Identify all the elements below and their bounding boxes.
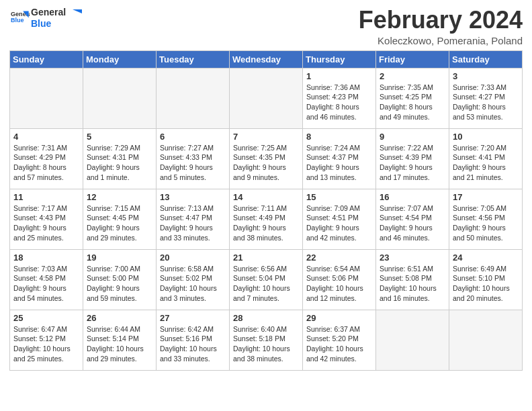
calendar-week-1: 1Sunrise: 7:36 AM Sunset: 4:23 PM Daylig… — [10, 68, 523, 128]
weekday-header-tuesday: Tuesday — [157, 50, 230, 68]
cell-info-text: Sunrise: 7:09 AM Sunset: 4:51 PM Dayligh… — [306, 203, 372, 243]
cell-day-number: 4 — [13, 132, 79, 142]
cell-info-text: Sunrise: 6:47 AM Sunset: 5:12 PM Dayligh… — [13, 324, 79, 364]
cell-day-number: 14 — [233, 192, 299, 202]
cell-day-number: 18 — [13, 253, 79, 263]
cell-info-text: Sunrise: 7:05 AM Sunset: 4:56 PM Dayligh… — [453, 203, 519, 243]
cell-info-text: Sunrise: 7:24 AM Sunset: 4:37 PM Dayligh… — [306, 143, 372, 183]
cell-info-text: Sunrise: 6:37 AM Sunset: 5:20 PM Dayligh… — [306, 324, 372, 364]
cell-day-number: 2 — [380, 71, 445, 81]
weekday-header-monday: Monday — [83, 50, 157, 68]
cell-day-number: 16 — [380, 192, 445, 202]
calendar-title: February 2024 — [359, 7, 523, 34]
cell-info-text: Sunrise: 7:22 AM Sunset: 4:39 PM Dayligh… — [380, 143, 445, 183]
cell-info-text: Sunrise: 7:11 AM Sunset: 4:49 PM Dayligh… — [233, 203, 299, 243]
cell-info-text: Sunrise: 7:31 AM Sunset: 4:29 PM Dayligh… — [13, 143, 79, 183]
calendar-cell: 1Sunrise: 7:36 AM Sunset: 4:23 PM Daylig… — [303, 68, 376, 128]
cell-day-number: 10 — [453, 132, 519, 142]
calendar-subtitle: Koleczkowo, Pomerania, Poland — [359, 35, 523, 46]
cell-day-number: 3 — [453, 71, 519, 81]
cell-day-number: 26 — [87, 313, 152, 323]
cell-day-number: 24 — [453, 253, 519, 263]
calendar-cell: 9Sunrise: 7:22 AM Sunset: 4:39 PM Daylig… — [376, 128, 449, 189]
calendar-table: SundayMondayTuesdayWednesdayThursdayFrid… — [9, 50, 523, 371]
calendar-cell: 27Sunrise: 6:42 AM Sunset: 5:16 PM Dayli… — [157, 310, 230, 370]
calendar-cell — [157, 68, 230, 128]
cell-day-number: 5 — [87, 132, 152, 142]
calendar-cell — [10, 68, 83, 128]
cell-day-number: 29 — [306, 313, 372, 323]
calendar-cell: 7Sunrise: 7:25 AM Sunset: 4:35 PM Daylig… — [230, 128, 303, 189]
cell-info-text: Sunrise: 6:42 AM Sunset: 5:16 PM Dayligh… — [160, 324, 226, 364]
cell-day-number: 13 — [160, 192, 226, 202]
cell-info-text: Sunrise: 6:40 AM Sunset: 5:18 PM Dayligh… — [233, 324, 299, 364]
logo-blue-text: Blue — [31, 18, 66, 30]
calendar-cell — [376, 310, 449, 370]
cell-info-text: Sunrise: 7:00 AM Sunset: 5:00 PM Dayligh… — [87, 264, 152, 304]
cell-info-text: Sunrise: 7:15 AM Sunset: 4:45 PM Dayligh… — [87, 203, 152, 243]
cell-info-text: Sunrise: 6:49 AM Sunset: 5:10 PM Dayligh… — [453, 264, 519, 304]
calendar-cell: 19Sunrise: 7:00 AM Sunset: 5:00 PM Dayli… — [83, 249, 157, 310]
calendar-week-5: 25Sunrise: 6:47 AM Sunset: 5:12 PM Dayli… — [10, 310, 523, 370]
cell-day-number: 12 — [87, 192, 152, 202]
calendar-cell: 8Sunrise: 7:24 AM Sunset: 4:37 PM Daylig… — [303, 128, 376, 189]
calendar-cell: 15Sunrise: 7:09 AM Sunset: 4:51 PM Dayli… — [303, 189, 376, 249]
cell-info-text: Sunrise: 6:51 AM Sunset: 5:08 PM Dayligh… — [380, 264, 445, 304]
cell-info-text: Sunrise: 7:20 AM Sunset: 4:41 PM Dayligh… — [453, 143, 519, 183]
cell-info-text: Sunrise: 7:33 AM Sunset: 4:27 PM Dayligh… — [453, 83, 519, 122]
calendar-cell: 16Sunrise: 7:07 AM Sunset: 4:54 PM Dayli… — [376, 189, 449, 249]
cell-day-number: 22 — [306, 253, 372, 263]
cell-info-text: Sunrise: 7:17 AM Sunset: 4:43 PM Dayligh… — [13, 203, 79, 243]
calendar-cell: 17Sunrise: 7:05 AM Sunset: 4:56 PM Dayli… — [449, 189, 523, 249]
calendar-cell: 6Sunrise: 7:27 AM Sunset: 4:33 PM Daylig… — [157, 128, 230, 189]
calendar-cell: 2Sunrise: 7:35 AM Sunset: 4:25 PM Daylig… — [376, 68, 449, 128]
calendar-cell: 21Sunrise: 6:56 AM Sunset: 5:04 PM Dayli… — [230, 249, 303, 310]
weekday-header-sunday: Sunday — [10, 50, 83, 68]
cell-day-number: 21 — [233, 253, 299, 263]
cell-info-text: Sunrise: 7:25 AM Sunset: 4:35 PM Dayligh… — [233, 143, 299, 183]
calendar-cell: 22Sunrise: 6:54 AM Sunset: 5:06 PM Dayli… — [303, 249, 376, 310]
cell-day-number: 25 — [13, 313, 79, 323]
calendar-cell — [449, 310, 523, 370]
cell-info-text: Sunrise: 7:03 AM Sunset: 4:58 PM Dayligh… — [13, 264, 79, 304]
calendar-week-3: 11Sunrise: 7:17 AM Sunset: 4:43 PM Dayli… — [10, 189, 523, 249]
cell-info-text: Sunrise: 7:36 AM Sunset: 4:23 PM Dayligh… — [306, 83, 372, 122]
cell-day-number: 1 — [306, 71, 372, 81]
calendar-week-4: 18Sunrise: 7:03 AM Sunset: 4:58 PM Dayli… — [10, 249, 523, 310]
cell-day-number: 15 — [306, 192, 372, 202]
weekday-header-thursday: Thursday — [303, 50, 376, 68]
calendar-header-row: SundayMondayTuesdayWednesdayThursdayFrid… — [10, 50, 523, 68]
cell-info-text: Sunrise: 7:35 AM Sunset: 4:25 PM Dayligh… — [380, 83, 445, 122]
cell-info-text: Sunrise: 6:56 AM Sunset: 5:04 PM Dayligh… — [233, 264, 299, 304]
calendar-cell — [230, 68, 303, 128]
calendar-cell: 24Sunrise: 6:49 AM Sunset: 5:10 PM Dayli… — [449, 249, 523, 310]
cell-info-text: Sunrise: 6:58 AM Sunset: 5:02 PM Dayligh… — [160, 264, 226, 304]
calendar-cell: 12Sunrise: 7:15 AM Sunset: 4:45 PM Dayli… — [83, 189, 157, 249]
calendar-cell: 3Sunrise: 7:33 AM Sunset: 4:27 PM Daylig… — [449, 68, 523, 128]
cell-day-number: 7 — [233, 132, 299, 142]
svg-text:Blue: Blue — [11, 17, 24, 24]
calendar-cell: 25Sunrise: 6:47 AM Sunset: 5:12 PM Dayli… — [10, 310, 83, 370]
cell-info-text: Sunrise: 6:54 AM Sunset: 5:06 PM Dayligh… — [306, 264, 372, 304]
logo-general-text: General — [31, 7, 66, 18]
cell-info-text: Sunrise: 7:13 AM Sunset: 4:47 PM Dayligh… — [160, 203, 226, 243]
cell-day-number: 8 — [306, 132, 372, 142]
calendar-cell: 4Sunrise: 7:31 AM Sunset: 4:29 PM Daylig… — [10, 128, 83, 189]
calendar-cell: 23Sunrise: 6:51 AM Sunset: 5:08 PM Dayli… — [376, 249, 449, 310]
calendar-cell: 10Sunrise: 7:20 AM Sunset: 4:41 PM Dayli… — [449, 128, 523, 189]
calendar-cell: 5Sunrise: 7:29 AM Sunset: 4:31 PM Daylig… — [83, 128, 157, 189]
cell-day-number: 17 — [453, 192, 519, 202]
weekday-header-wednesday: Wednesday — [230, 50, 303, 68]
cell-day-number: 28 — [233, 313, 299, 323]
calendar-cell — [83, 68, 157, 128]
calendar-cell: 20Sunrise: 6:58 AM Sunset: 5:02 PM Dayli… — [157, 249, 230, 310]
calendar-cell: 18Sunrise: 7:03 AM Sunset: 4:58 PM Dayli… — [10, 249, 83, 310]
calendar-cell: 13Sunrise: 7:13 AM Sunset: 4:47 PM Dayli… — [157, 189, 230, 249]
cell-day-number: 11 — [13, 192, 79, 202]
cell-day-number: 6 — [160, 132, 226, 142]
logo: General Blue General Blue — [9, 7, 82, 30]
calendar-week-2: 4Sunrise: 7:31 AM Sunset: 4:29 PM Daylig… — [10, 128, 523, 189]
calendar-cell: 28Sunrise: 6:40 AM Sunset: 5:18 PM Dayli… — [230, 310, 303, 370]
cell-day-number: 27 — [160, 313, 226, 323]
cell-day-number: 19 — [87, 253, 152, 263]
